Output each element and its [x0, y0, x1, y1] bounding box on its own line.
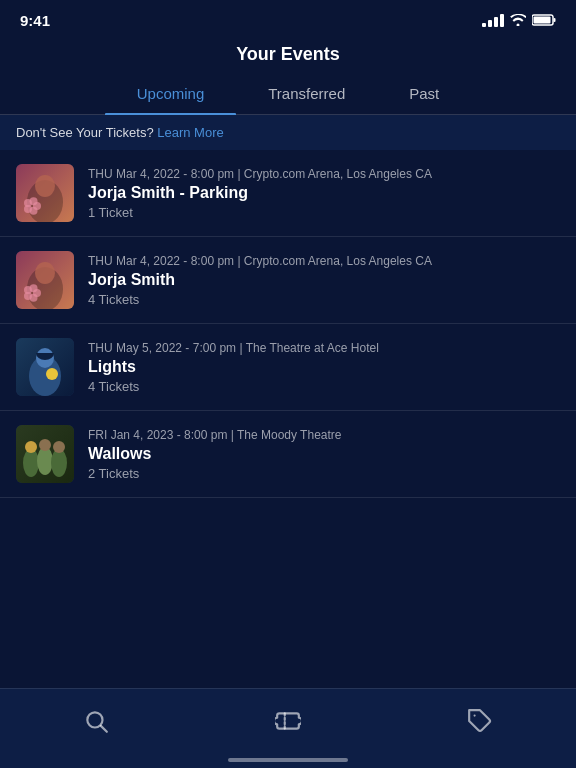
event-thumbnail	[16, 425, 74, 483]
event-info: THU Mar 4, 2022 - 8:00 pm | Crypto.com A…	[88, 167, 560, 220]
event-info: THU Mar 4, 2022 - 8:00 pm | Crypto.com A…	[88, 254, 560, 307]
event-date: THU Mar 4, 2022 - 8:00 pm | Crypto.com A…	[88, 167, 560, 181]
event-item-jorja-smith[interactable]: THU Mar 4, 2022 - 8:00 pm | Crypto.com A…	[0, 237, 576, 324]
page-header: Your Events	[0, 36, 576, 75]
event-name: Wallows	[88, 445, 560, 463]
event-date: FRI Jan 4, 2023 - 8:00 pm | The Moody Th…	[88, 428, 560, 442]
event-thumbnail	[16, 164, 74, 222]
event-info: THU May 5, 2022 - 7:00 pm | The Theatre …	[88, 341, 560, 394]
event-name: Lights	[88, 358, 560, 376]
svg-rect-1	[554, 18, 556, 22]
event-tickets: 4 Tickets	[88, 292, 560, 307]
bottom-nav	[0, 688, 576, 768]
nav-tickets[interactable]	[255, 700, 321, 742]
page-title: Your Events	[236, 44, 340, 64]
event-date: THU Mar 4, 2022 - 8:00 pm | Crypto.com A…	[88, 254, 560, 268]
status-bar: 9:41	[0, 0, 576, 36]
event-tickets: 2 Tickets	[88, 466, 560, 481]
tab-upcoming[interactable]: Upcoming	[105, 75, 237, 114]
event-name: Jorja Smith - Parking	[88, 184, 560, 202]
notice-bar: Don't See Your Tickets? Learn More	[0, 115, 576, 150]
tab-past[interactable]: Past	[377, 75, 471, 114]
event-item-jorja-parking[interactable]: THU Mar 4, 2022 - 8:00 pm | Crypto.com A…	[0, 150, 576, 237]
ticket-icon	[275, 708, 301, 734]
nav-search[interactable]	[63, 700, 129, 742]
event-tickets: 4 Tickets	[88, 379, 560, 394]
event-item-lights[interactable]: THU May 5, 2022 - 7:00 pm | The Theatre …	[0, 324, 576, 411]
event-tickets: 1 Ticket	[88, 205, 560, 220]
notice-text: Don't See Your Tickets?	[16, 125, 154, 140]
event-thumbnail	[16, 338, 74, 396]
event-name: Jorja Smith	[88, 271, 560, 289]
event-thumbnail	[16, 251, 74, 309]
svg-rect-2	[534, 17, 551, 24]
status-time: 9:41	[20, 12, 50, 29]
learn-more-link[interactable]: Learn More	[157, 125, 223, 140]
battery-icon	[532, 14, 556, 26]
tag-icon	[467, 708, 493, 734]
svg-line-4	[101, 725, 107, 731]
tab-bar: Upcoming Transferred Past	[0, 75, 576, 115]
event-list: THU Mar 4, 2022 - 8:00 pm | Crypto.com A…	[0, 150, 576, 498]
event-date: THU May 5, 2022 - 7:00 pm | The Theatre …	[88, 341, 560, 355]
status-icons	[482, 14, 556, 27]
event-item-wallows[interactable]: FRI Jan 4, 2023 - 8:00 pm | The Moody Th…	[0, 411, 576, 498]
signal-icon	[482, 14, 504, 27]
search-icon	[83, 708, 109, 734]
tab-transferred[interactable]: Transferred	[236, 75, 377, 114]
home-indicator	[228, 758, 348, 762]
wifi-icon	[510, 14, 526, 26]
nav-offers[interactable]	[447, 700, 513, 742]
event-info: FRI Jan 4, 2023 - 8:00 pm | The Moody Th…	[88, 428, 560, 481]
